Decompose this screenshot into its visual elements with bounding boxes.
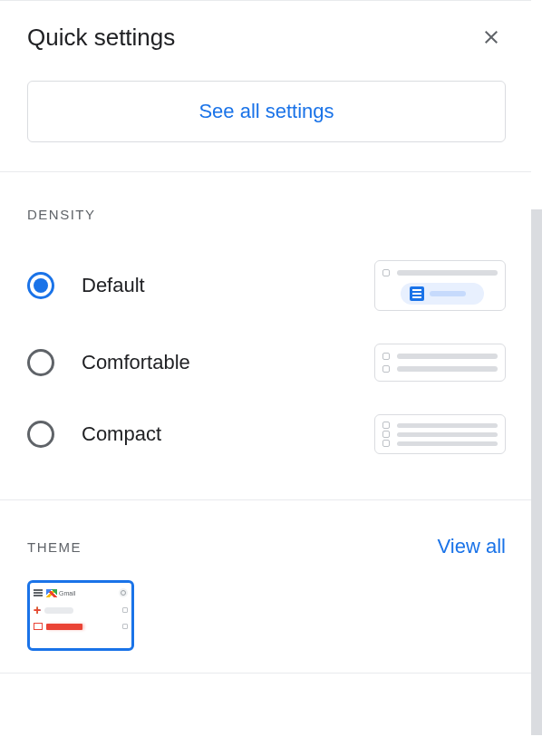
density-option-comfortable[interactable]: Comfortable [27,327,506,398]
see-all-settings-button[interactable]: See all settings [27,81,506,142]
document-icon [410,286,424,301]
panel-header: Quick settings [0,1,531,55]
theme-thumbnail-default[interactable]: Gmail + [27,580,134,651]
close-icon [480,26,502,48]
density-label: Default [82,274,145,297]
density-preview-default [374,260,506,311]
density-label: Comfortable [82,351,190,374]
density-section-title: DENSITY [27,207,96,222]
theme-section-title: THEME [27,539,82,555]
divider [0,673,531,674]
density-section: DENSITY Default Comfortable [0,172,531,470]
plus-icon: + [34,604,41,616]
scrollbar[interactable] [531,209,542,735]
gmail-logo-icon: Gmail [46,589,75,597]
menu-icon [34,589,43,596]
panel-title: Quick settings [27,24,175,52]
view-all-themes-link[interactable]: View all [438,535,506,558]
radio-unselected-icon [27,421,54,448]
theme-section: THEME View all Gmail + [0,500,531,651]
quick-settings-panel: Quick settings See all settings DENSITY … [0,0,531,756]
search-icon [119,588,128,597]
density-preview-comfortable [374,344,506,382]
close-button[interactable] [473,19,509,55]
density-preview-compact [374,414,506,454]
radio-unselected-icon [27,349,54,376]
density-label: Compact [82,422,161,446]
radio-selected-icon [27,272,54,299]
density-option-default[interactable]: Default [27,244,506,327]
density-option-compact[interactable]: Compact [27,398,506,470]
label-icon [34,623,43,630]
